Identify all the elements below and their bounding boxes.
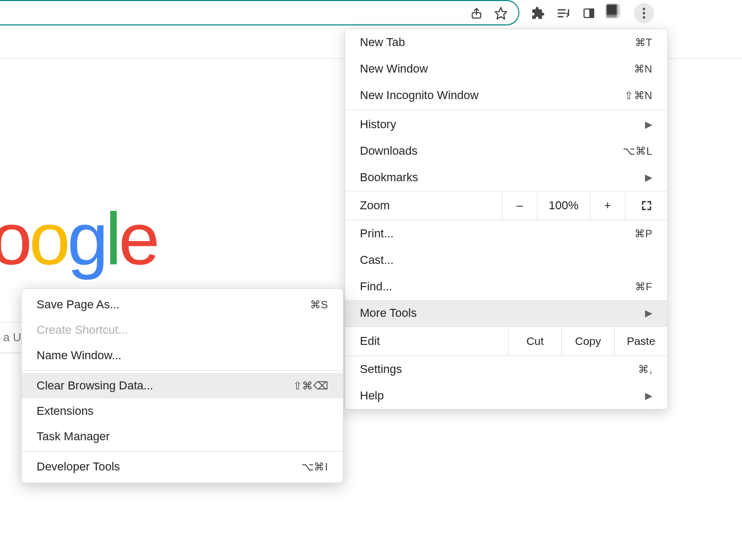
menu-item-shortcut: ⌥⌘L [623,145,652,157]
share-icon[interactable] [469,5,484,21]
svg-rect-8 [590,9,594,17]
menu-item-shortcut: ⌘, [638,363,652,376]
menu-bookmarks[interactable]: Bookmarks ▶ [345,164,667,191]
menu-edit-row: Edit Cut Copy Paste [345,326,667,356]
menu-item-label: Save Page As... [37,298,120,312]
submenu-extensions[interactable]: Extensions [22,398,343,424]
svg-point-9 [643,8,646,11]
search-fragment-text: a U [3,331,21,344]
svg-point-10 [643,12,646,15]
menu-item-shortcut: ⌥⌘I [302,460,328,473]
extensions-icon[interactable] [530,5,546,21]
submenu-save-page[interactable]: Save Page As... ⌘S [22,292,343,317]
menu-new-window[interactable]: New Window ⌘N [345,56,667,82]
zoom-label: Zoom [345,199,502,212]
menu-item-label: Name Window... [37,349,121,362]
menu-help[interactable]: Help ▶ [345,383,667,409]
submenu-create-shortcut: Create Shortcut... [22,317,343,343]
menu-item-label: Extensions [37,404,94,418]
submenu-arrow-icon: ▶ [645,390,652,402]
menu-item-label: Clear Browsing Data... [37,379,153,393]
menu-item-label: Help [360,389,384,403]
zoom-percent: 100% [537,191,590,220]
chrome-main-menu: New Tab ⌘T New Window ⌘N New Incognito W… [344,29,668,410]
edit-label: Edit [345,334,508,348]
menu-item-label: Cast... [360,253,394,267]
submenu-name-window[interactable]: Name Window... [22,343,343,368]
menu-item-shortcut: ⇧⌘⌫ [293,379,329,392]
zoom-in-button[interactable]: + [590,191,625,220]
reading-list-icon[interactable] [555,5,571,21]
menu-item-shortcut: ⌘F [635,280,652,293]
menu-zoom-row: Zoom – 100% + [345,191,667,220]
edit-paste-button[interactable]: Paste [614,327,667,355]
menu-cast[interactable]: Cast... [345,247,667,273]
menu-new-incognito[interactable]: New Incognito Window ⇧⌘N [345,82,667,109]
browser-toolbar [0,0,742,30]
address-bar[interactable] [0,0,519,25]
edit-copy-button[interactable]: Copy [561,327,614,355]
google-logo: Google [0,196,157,282]
zoom-out-button[interactable]: – [502,191,537,220]
menu-item-label: Developer Tools [37,460,120,474]
menu-item-shortcut: ⌘T [635,36,652,49]
submenu-developer-tools[interactable]: Developer Tools ⌥⌘I [22,454,343,479]
menu-item-label: Task Manager [37,430,110,443]
menu-item-label: New Tab [360,35,405,49]
chrome-menu-button[interactable] [634,3,654,23]
menu-find[interactable]: Find... ⌘F [345,273,667,300]
menu-item-label: Find... [360,280,392,294]
menu-new-tab[interactable]: New Tab ⌘T [345,29,667,56]
menu-item-shortcut: ⇧⌘N [624,89,652,102]
menu-item-shortcut: ⌘S [310,298,328,311]
menu-item-label: Bookmarks [360,171,418,184]
menu-item-label: Print... [360,227,394,241]
menu-item-label: More Tools [360,306,417,320]
svg-point-11 [643,16,646,19]
submenu-arrow-icon: ▶ [645,307,652,319]
edit-cut-button[interactable]: Cut [508,327,561,355]
menu-item-shortcut: ⌘P [634,227,652,240]
more-tools-submenu: Save Page As... ⌘S Create Shortcut... Na… [21,288,343,483]
menu-item-label: New Window [360,62,428,76]
menu-item-shortcut: ⌘N [634,63,652,75]
menu-settings[interactable]: Settings ⌘, [345,356,667,383]
profile-avatar[interactable] [606,4,624,22]
menu-more-tools[interactable]: More Tools ▶ [345,300,667,326]
submenu-task-manager[interactable]: Task Manager [22,424,343,449]
submenu-arrow-icon: ▶ [645,172,652,183]
star-icon[interactable] [493,5,509,21]
menu-item-label: Create Shortcut... [37,323,128,337]
menu-history[interactable]: History ▶ [345,111,667,138]
menu-print[interactable]: Print... ⌘P [345,220,667,247]
side-panel-icon[interactable] [581,5,597,21]
menu-item-label: Downloads [360,144,418,158]
menu-item-label: Settings [360,362,402,376]
menu-downloads[interactable]: Downloads ⌥⌘L [345,138,667,164]
submenu-clear-browsing-data[interactable]: Clear Browsing Data... ⇧⌘⌫ [22,373,343,398]
submenu-arrow-icon: ▶ [645,119,652,130]
menu-item-label: New Incognito Window [360,88,479,102]
svg-marker-1 [495,7,507,19]
menu-item-label: History [360,118,396,131]
fullscreen-button[interactable] [625,191,667,220]
